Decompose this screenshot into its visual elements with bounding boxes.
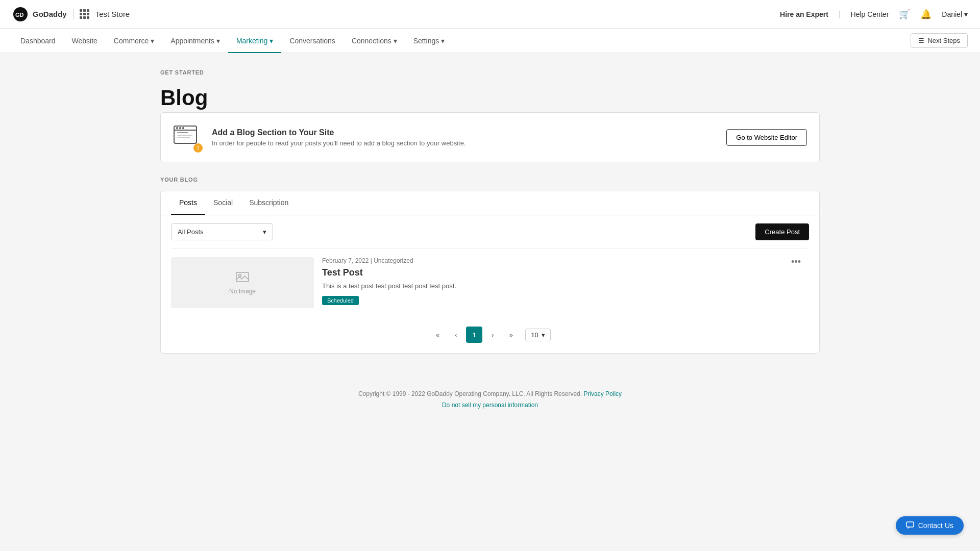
posts-toolbar: All Posts ▾ Create Post (161, 215, 819, 248)
nav-item-dashboard[interactable]: Dashboard (12, 29, 64, 53)
main-content: GET STARTED Blog ! Add a Blog Section to… (148, 53, 832, 370)
nav-item-connections[interactable]: Connections ▾ (344, 29, 405, 53)
svg-rect-10 (236, 272, 249, 282)
nav-item-appointments[interactable]: Appointments ▾ (162, 29, 228, 53)
post-thumbnail: No Image (171, 257, 314, 308)
user-menu[interactable]: Daniel ▾ (942, 10, 968, 18)
commerce-chevron-icon: ▾ (151, 37, 154, 45)
pagination-next-button[interactable]: › (484, 327, 501, 343)
blog-banner-text: Add a Blog Section to Your Site In order… (212, 128, 716, 147)
svg-point-4 (176, 127, 178, 129)
warning-badge-icon: ! (193, 143, 203, 153)
tab-subscription[interactable]: Subscription (241, 191, 297, 215)
nav-item-conversations[interactable]: Conversations (281, 29, 344, 53)
posts-filter-dropdown[interactable]: All Posts ▾ (171, 223, 273, 240)
cart-icon[interactable]: 🛒 (899, 9, 910, 20)
footer-copyright: Copyright © 1999 - 2022 GoDaddy Operatin… (12, 390, 968, 397)
help-center-link[interactable]: Help Center (851, 10, 889, 18)
notifications-icon[interactable]: 🔔 (920, 9, 932, 20)
nav-item-marketing[interactable]: Marketing ▾ (228, 29, 281, 53)
blog-banner: ! Add a Blog Section to Your Site In ord… (160, 112, 820, 162)
post-meta: February 7, 2022 | Uncategorized (322, 257, 783, 264)
status-badge: Scheduled (322, 296, 359, 305)
logo-text: GoDaddy (33, 10, 67, 18)
svg-point-5 (179, 127, 181, 129)
footer: Copyright © 1999 - 2022 GoDaddy Operatin… (0, 370, 980, 421)
nav-item-website[interactable]: Website (64, 29, 106, 53)
blog-tabs: Posts Social Subscription (161, 191, 819, 215)
nav-item-settings[interactable]: Settings ▾ (405, 29, 453, 53)
user-name: Daniel (942, 10, 962, 18)
main-nav: Dashboard Website Commerce ▾ Appointment… (0, 29, 980, 53)
filter-chevron-icon: ▾ (263, 228, 266, 236)
svg-rect-8 (177, 135, 192, 136)
next-steps-button[interactable]: ☰ Next Steps (911, 33, 968, 48)
post-more-button[interactable]: ••• (791, 257, 801, 266)
header-left: GD GoDaddy Test Store (12, 6, 780, 22)
store-name: Test Store (95, 10, 130, 18)
per-page-dropdown[interactable]: 10 ▾ (525, 329, 550, 341)
do-not-sell-link[interactable]: Do not sell my personal information (12, 402, 968, 409)
your-blog-label: YOUR BLOG (160, 177, 820, 183)
pagination-prev-button[interactable]: ‹ (448, 327, 464, 343)
svg-point-11 (239, 274, 241, 277)
hire-expert-link[interactable]: Hire an Expert (780, 10, 828, 18)
appointments-chevron-icon: ▾ (216, 37, 220, 45)
blog-banner-description: In order for people to read your posts y… (212, 139, 716, 147)
connections-chevron-icon: ▾ (394, 37, 397, 45)
post-content: February 7, 2022 | Uncategorized Test Po… (322, 249, 783, 316)
nav-item-commerce[interactable]: Commerce ▾ (106, 29, 162, 53)
create-post-button[interactable]: Create Post (755, 223, 809, 240)
blog-banner-icon: ! (173, 123, 202, 152)
user-chevron-icon: ▾ (964, 10, 968, 18)
pagination-page-1-button[interactable]: 1 (466, 327, 482, 343)
no-image-label: No Image (229, 288, 256, 295)
header-divider (73, 9, 74, 19)
post-title[interactable]: Test Post (322, 267, 783, 278)
header-right: Hire an Expert | Help Center 🛒 🔔 Daniel … (780, 9, 968, 20)
next-steps-label: Next Steps (927, 37, 960, 44)
blog-card: Posts Social Subscription All Posts ▾ Cr… (160, 191, 820, 354)
svg-text:GD: GD (15, 12, 24, 18)
page-title: Blog (160, 86, 820, 110)
settings-chevron-icon: ▾ (441, 37, 445, 45)
post-date: February 7, 2022 (322, 257, 369, 264)
per-page-chevron-icon: ▾ (542, 331, 545, 339)
pagination-last-button[interactable]: » (503, 327, 519, 343)
svg-rect-7 (177, 132, 188, 133)
post-category: Uncategorized (374, 257, 413, 264)
svg-point-6 (182, 127, 184, 129)
checklist-icon: ☰ (918, 37, 924, 44)
grid-icon[interactable] (80, 9, 89, 19)
tab-posts[interactable]: Posts (171, 191, 205, 215)
per-page-value: 10 (531, 331, 538, 339)
filter-selected-value: All Posts (178, 228, 204, 236)
pagination: « ‹ 1 › » 10 ▾ (161, 316, 819, 353)
blog-banner-title: Add a Blog Section to Your Site (212, 128, 716, 137)
tab-social[interactable]: Social (205, 191, 241, 215)
marketing-chevron-icon: ▾ (270, 37, 273, 45)
table-row: No Image February 7, 2022 | Uncategorize… (171, 248, 809, 316)
header: GD GoDaddy Test Store Hire an Expert | H… (0, 0, 980, 29)
svg-rect-9 (177, 137, 190, 138)
post-actions: ••• (783, 249, 809, 316)
logo[interactable]: GD GoDaddy (12, 6, 67, 22)
copyright-text: Copyright © 1999 - 2022 GoDaddy Operatin… (358, 390, 582, 397)
privacy-policy-link[interactable]: Privacy Policy (583, 390, 622, 397)
go-to-website-editor-button[interactable]: Go to Website Editor (726, 129, 807, 146)
get-started-label: GET STARTED (160, 69, 820, 76)
post-excerpt: This is a test post test post test post … (322, 282, 783, 290)
pagination-first-button[interactable]: « (429, 327, 446, 343)
